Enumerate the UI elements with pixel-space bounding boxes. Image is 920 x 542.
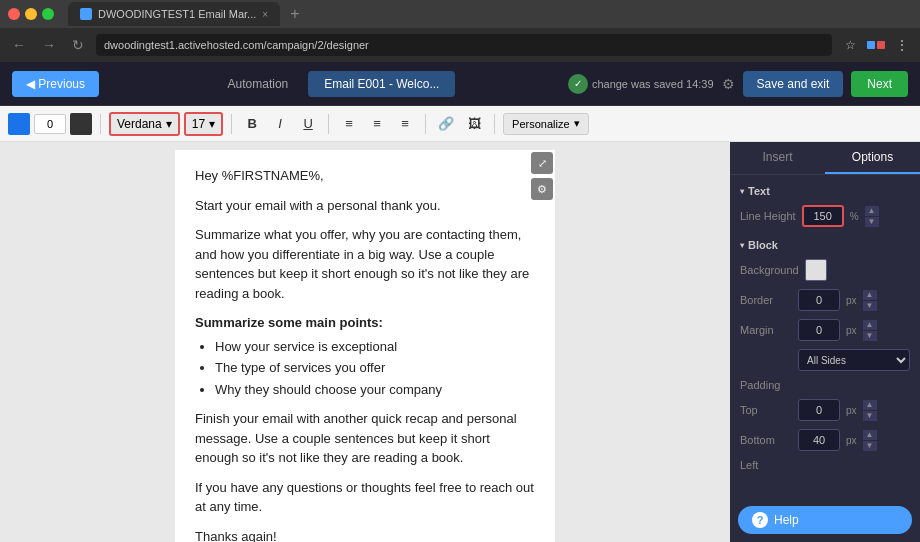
divider-1 [100,114,101,134]
url-text: dwoodingtest1.activehosted.com/campaign/… [104,39,369,51]
help-button[interactable]: ? Help [738,506,912,534]
margin-up[interactable]: ▲ [863,320,877,330]
settings-icon[interactable]: ⚙ [722,76,735,92]
padding-bottom-up[interactable]: ▲ [863,430,877,440]
border-down[interactable]: ▼ [863,301,877,311]
align-right-button[interactable]: ≡ [393,112,417,136]
padding-bottom-down[interactable]: ▼ [863,441,877,451]
font-family-select[interactable]: Verdana [109,112,180,136]
personalize-dropdown-icon [574,117,580,130]
padding-top-input[interactable] [798,399,840,421]
margin-sides-select[interactable]: All Sides [798,349,910,371]
padding-left-label: Left [740,459,792,471]
browser-icons: ☆ ⋮ [840,35,912,55]
forward-button[interactable]: → [38,35,60,55]
padding-top-down[interactable]: ▼ [863,411,877,421]
align-center-button[interactable]: ≡ [365,112,389,136]
margin-label: Margin [740,324,792,336]
padding-bottom-input[interactable] [798,429,840,451]
margin-input[interactable] [798,319,840,341]
align-left-button[interactable]: ≡ [337,112,361,136]
star-icon[interactable]: ☆ [840,35,860,55]
editor-area: Hey %FIRSTNAME%, Start your email with a… [0,142,730,542]
app-header: ◀ Previous Automation Email E001 - Welco… [0,62,920,106]
email-bullet-list: How your service is exceptional The type… [215,337,535,400]
size-dropdown-icon [209,117,215,131]
font-size-select[interactable]: 17 [184,112,223,136]
menu-icon[interactable]: ⋮ [892,35,912,55]
padding-bottom-unit: px [846,435,857,446]
background-color-swatch[interactable] [70,113,92,135]
underline-button[interactable]: U [296,112,320,136]
settings-icon[interactable]: ⚙ [531,178,553,200]
line-height-input[interactable] [802,205,844,227]
block-section-header: ▾ Block [740,239,910,251]
divider-4 [425,114,426,134]
line-height-down[interactable]: ▼ [865,217,879,227]
editor-controls: ⤢ ⚙ [531,152,553,200]
border-input[interactable] [798,289,840,311]
personalize-label: Personalize [512,118,569,130]
text-color-swatch[interactable] [8,113,30,135]
line-height-unit: % [850,211,859,222]
font-size-input[interactable] [34,114,66,134]
minimize-button[interactable] [25,8,37,20]
font-size-label: 17 [192,117,205,131]
email-para4: If you have any questions or thoughts fe… [195,478,535,517]
link-button[interactable]: 🔗 [434,112,458,136]
traffic-lights [8,8,54,20]
tab-close-icon[interactable]: × [262,9,268,20]
maximize-button[interactable] [42,8,54,20]
padding-top-row: Top px ▲ ▼ [740,399,910,421]
line-height-up[interactable]: ▲ [865,206,879,216]
collapse-block-icon[interactable]: ▾ [740,241,744,250]
email-para3: Finish your email with another quick rec… [195,409,535,468]
padding-left-row: Left [740,459,910,471]
email-editor[interactable]: Hey %FIRSTNAME%, Start your email with a… [175,150,555,542]
image-button[interactable]: 🖼 [462,112,486,136]
url-bar[interactable]: dwoodingtest1.activehosted.com/campaign/… [96,34,832,56]
back-button[interactable]: ← [8,35,30,55]
collapse-text-icon[interactable]: ▾ [740,187,744,196]
border-row: Border px ▲ ▼ [740,289,910,311]
margin-down[interactable]: ▼ [863,331,877,341]
font-dropdown-icon [166,117,172,131]
tab-insert[interactable]: Insert [730,142,825,174]
bullet-item-3: Why they should choose your company [215,380,535,400]
tab-options[interactable]: Options [825,142,920,174]
tab-automation[interactable]: Automation [212,71,305,97]
email-bold-heading: Summarize some main points: [195,313,535,333]
margin-row: Margin px ▲ ▼ [740,319,910,341]
divider-2 [231,114,232,134]
tab-email[interactable]: Email E001 - Welco... [308,71,455,97]
panel-section-block: ▾ Block Background Border px ▲ ▼ [740,239,910,471]
browser-tab[interactable]: DWOODINGTEST1 Email Mar... × [68,2,280,26]
margin-unit: px [846,325,857,336]
close-button[interactable] [8,8,20,20]
background-row: Background [740,259,910,281]
extensions-icon[interactable] [866,35,886,55]
previous-button[interactable]: ◀ Previous [12,71,99,97]
border-unit: px [846,295,857,306]
line-height-label: Line Height [740,210,796,222]
panel-body: ▾ Text Line Height % ▲ ▼ ▾ Block [730,175,920,498]
padding-bottom-stepper: ▲ ▼ [863,430,877,451]
formatting-toolbar: Verdana 17 B I U ≡ ≡ ≡ 🔗 🖼 Personalize [0,106,920,142]
padding-top-up[interactable]: ▲ [863,400,877,410]
bullet-item-2: The type of services you offer [215,358,535,378]
border-stepper: ▲ ▼ [863,290,877,311]
refresh-button[interactable]: ↻ [68,35,88,55]
italic-button[interactable]: I [268,112,292,136]
new-tab-button[interactable]: + [286,5,303,23]
border-up[interactable]: ▲ [863,290,877,300]
personalize-button[interactable]: Personalize [503,113,588,135]
tab-bar: DWOODINGTEST1 Email Mar... × + [0,0,920,28]
email-para2: Summarize what you offer, why you are co… [195,225,535,303]
border-label: Border [740,294,792,306]
expand-icon[interactable]: ⤢ [531,152,553,174]
main-content: Hey %FIRSTNAME%, Start your email with a… [0,142,920,542]
next-button[interactable]: Next [851,71,908,97]
save-exit-button[interactable]: Save and exit [743,71,844,97]
bold-button[interactable]: B [240,112,264,136]
background-color-swatch[interactable] [805,259,827,281]
